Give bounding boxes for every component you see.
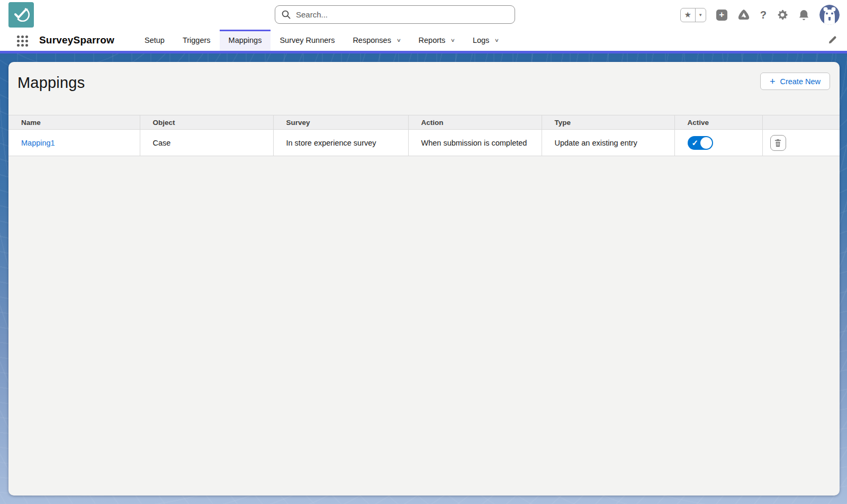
tab-logs[interactable]: Logs ∨	[464, 30, 508, 51]
favorites-button-group[interactable]: ★ ▼	[680, 8, 706, 22]
tab-setup[interactable]: Setup	[136, 30, 174, 51]
tab-responses[interactable]: Responses ∨	[344, 30, 409, 51]
column-header-action: Action	[408, 115, 542, 130]
tab-reports[interactable]: Reports ∨	[410, 30, 464, 51]
mapping-name-link[interactable]: Mapping1	[21, 139, 55, 147]
cell-survey: In store experience survey	[273, 130, 408, 156]
check-icon: ✓	[692, 138, 699, 148]
app-navigation-bar: SurveySparrow Setup Triggers Mappings Su…	[0, 30, 847, 51]
setup-gear-button[interactable]	[777, 9, 788, 21]
plus-icon: +	[716, 10, 727, 21]
guidance-center-button[interactable]	[737, 8, 750, 21]
column-header-active: Active	[674, 115, 762, 130]
trailhead-mountain-icon	[737, 8, 750, 21]
column-header-type: Type	[542, 115, 674, 130]
cell-action: When submission is completed	[408, 130, 542, 156]
global-search[interactable]	[275, 5, 515, 24]
card-header: Mappings + Create New	[8, 62, 840, 115]
mappings-card: Mappings + Create New Name Object Survey…	[8, 62, 840, 496]
header-actions: ★ ▼ + ?	[680, 0, 840, 30]
pencil-icon	[828, 35, 837, 44]
app-name: SurveySparrow	[39, 34, 114, 46]
plus-icon: +	[770, 77, 776, 86]
toggle-knob	[700, 137, 712, 149]
column-header-object: Object	[140, 115, 273, 130]
tab-triggers[interactable]: Triggers	[174, 30, 220, 51]
chevron-down-icon: ∨	[494, 38, 499, 43]
page-title: Mappings	[17, 74, 85, 92]
main-background: Mappings + Create New Name Object Survey…	[0, 53, 847, 504]
nav-tabs: Setup Triggers Mappings Survey Runners R…	[136, 30, 508, 51]
chevron-down-icon: ∨	[450, 38, 455, 43]
active-toggle[interactable]: ✓	[688, 136, 713, 150]
search-icon	[282, 10, 291, 19]
cell-type: Update an existing entry	[542, 130, 674, 156]
create-new-button[interactable]: + Create New	[760, 73, 830, 90]
help-button[interactable]: ?	[760, 9, 767, 21]
gear-icon	[777, 9, 788, 21]
tab-survey-runners[interactable]: Survey Runners	[271, 30, 344, 51]
notifications-button[interactable]	[798, 9, 809, 21]
column-header-survey: Survey	[273, 115, 408, 130]
delete-mapping-button[interactable]	[770, 135, 786, 151]
favorites-star-icon[interactable]: ★	[681, 8, 695, 22]
search-input[interactable]	[296, 10, 508, 19]
column-header-name: Name	[8, 115, 140, 130]
mappings-table: Name Object Survey Action Type Active Ma…	[8, 115, 840, 156]
app-launcher-icon[interactable]	[17, 35, 28, 47]
create-new-label: Create New	[780, 77, 821, 86]
tab-mappings[interactable]: Mappings	[220, 30, 271, 51]
table-row: Mapping1 Case In store experience survey…	[8, 130, 840, 156]
edit-nav-button[interactable]	[828, 35, 837, 47]
trash-icon	[774, 139, 782, 147]
global-actions-button[interactable]: +	[716, 10, 727, 21]
cell-object: Case	[140, 130, 273, 156]
table-header-row: Name Object Survey Action Type Active	[8, 115, 840, 130]
bear-avatar-icon	[819, 5, 840, 25]
surveysparrow-logo[interactable]	[8, 2, 34, 28]
global-header: ★ ▼ + ?	[0, 0, 847, 30]
user-avatar[interactable]	[819, 5, 840, 25]
chevron-down-icon: ∨	[397, 38, 401, 43]
column-header-actions	[762, 115, 840, 130]
sparrow-check-icon	[12, 6, 30, 24]
favorites-caret-icon[interactable]: ▼	[695, 8, 706, 22]
bell-icon	[798, 9, 809, 21]
